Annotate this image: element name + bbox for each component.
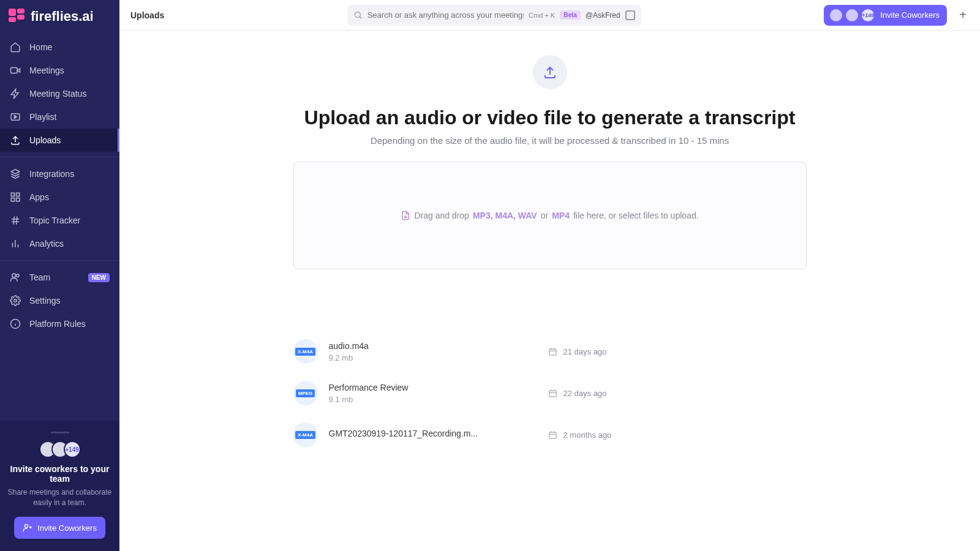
- file-type-icon: X-M4A: [293, 339, 318, 364]
- svg-point-19: [24, 525, 28, 528]
- svg-rect-2: [11, 193, 14, 196]
- sidebar-item-analytics[interactable]: Analytics: [0, 232, 119, 255]
- grid-icon: [10, 192, 21, 203]
- bars-icon: [10, 238, 21, 249]
- gear-icon: [10, 295, 21, 306]
- calendar-icon: [548, 389, 557, 398]
- beta-badge: Beta: [560, 10, 581, 20]
- file-date-text: 21 days ago: [564, 347, 607, 356]
- search-box[interactable]: Cmd + K Beta @AskFred: [347, 5, 641, 26]
- upload-icon: [10, 135, 21, 146]
- sidebar-item-playlist[interactable]: Playlist: [0, 105, 119, 129]
- svg-line-23: [360, 17, 361, 18]
- brand-logo[interactable]: fireflies.ai: [0, 0, 119, 36]
- file-name: audio.m4a: [329, 341, 525, 351]
- top-invite-label: Invite Coworkers: [880, 10, 940, 20]
- team-icon: [10, 272, 21, 283]
- brand-name: fireflies.ai: [31, 9, 94, 24]
- svg-point-14: [17, 274, 20, 277]
- hash-icon: [10, 215, 21, 226]
- svg-point-15: [14, 299, 17, 302]
- file-date: 21 days ago: [548, 347, 607, 356]
- drop-text-pre: Drag and drop: [414, 211, 469, 220]
- sidebar-item-topic-tracker[interactable]: Topic Tracker: [0, 209, 119, 232]
- main: Uploads Cmd + K Beta @AskFred +149 Invit…: [119, 0, 980, 451]
- askfred-label: @AskFred: [586, 11, 620, 20]
- sidebar-item-home[interactable]: Home: [0, 36, 119, 59]
- topbar: Uploads Cmd + K Beta @AskFred +149 Invit…: [119, 0, 980, 31]
- add-button[interactable]: +: [954, 7, 971, 24]
- file-date-text: 2 months ago: [564, 430, 612, 440]
- file-date: 22 days ago: [548, 389, 607, 398]
- nav-divider: [0, 157, 119, 157]
- dropzone[interactable]: Drag and drop MP3, M4A, WAV or MP4 file …: [293, 162, 807, 269]
- sidebar-item-settings[interactable]: Settings: [0, 289, 119, 312]
- sidebar-item-platform-rules[interactable]: Platform Rules: [0, 312, 119, 335]
- invite-button-label: Invite Coworkers: [37, 523, 97, 533]
- top-invite-button[interactable]: +149 Invite Coworkers: [824, 5, 947, 26]
- svg-rect-0: [11, 68, 18, 73]
- sidebar-item-label: Meeting Status: [29, 89, 86, 99]
- avatar-count: +149: [64, 441, 81, 458]
- file-row[interactable]: X-M4A GMT20230919-120117_Recording.m... …: [293, 414, 807, 451]
- file-name: Performance Review: [329, 383, 525, 392]
- new-badge: NEW: [88, 273, 110, 282]
- sidebar-item-label: Playlist: [29, 112, 56, 122]
- page-title: Uploads: [128, 10, 164, 20]
- content: Upload an audio or video file to generat…: [119, 31, 980, 451]
- sidebar-item-meetings[interactable]: Meetings: [0, 59, 119, 82]
- nav-tertiary: Team NEW Settings Platform Rules: [0, 266, 119, 335]
- drag-handle-icon[interactable]: [51, 432, 69, 433]
- file-date-text: 22 days ago: [564, 389, 607, 398]
- home-icon: [10, 42, 21, 53]
- svg-rect-28: [549, 391, 556, 397]
- sidebar-item-label: Integrations: [29, 169, 74, 179]
- file-name: GMT20230919-120117_Recording.m...: [329, 429, 525, 438]
- square-icon[interactable]: [625, 10, 635, 20]
- upload-hero-icon: [533, 55, 567, 89]
- svg-point-22: [355, 12, 360, 18]
- bolt-icon: [10, 88, 21, 99]
- sidebar-item-meeting-status[interactable]: Meeting Status: [0, 82, 119, 105]
- file-row[interactable]: X-M4A audio.m4a 9.2 mb 21 days ago: [293, 331, 807, 372]
- upload-arrow-icon: [543, 65, 557, 80]
- svg-line-8: [13, 216, 15, 225]
- sidebar-item-label: Apps: [29, 192, 49, 202]
- playlist-icon: [10, 111, 21, 122]
- file-type-icon: MPEG: [293, 381, 318, 405]
- svg-rect-24: [549, 349, 556, 355]
- sidebar-item-label: Home: [29, 42, 52, 52]
- avatar: [845, 8, 859, 23]
- file-size: 9.1 mb: [329, 395, 525, 404]
- nav-primary: Home Meetings Meeting Status Playlist Up…: [0, 36, 119, 152]
- drop-formats-video: MP4: [552, 211, 570, 220]
- sidebar-item-uploads[interactable]: Uploads: [0, 129, 119, 152]
- svg-rect-32: [549, 432, 556, 438]
- nav-secondary: Integrations Apps Topic Tracker Analytic…: [0, 162, 119, 255]
- sidebar-item-apps[interactable]: Apps: [0, 186, 119, 209]
- invite-panel-subtitle: Share meetings and collaborate easily in…: [6, 487, 113, 508]
- sidebar-item-integrations[interactable]: Integrations: [0, 162, 119, 186]
- avatar-stack: +149: [6, 441, 113, 458]
- calendar-icon: [548, 347, 557, 356]
- svg-rect-5: [17, 198, 20, 201]
- shortcut-hint: Cmd + K: [529, 12, 555, 19]
- sidebar-item-label: Topic Tracker: [29, 216, 80, 225]
- file-badge: MPEG: [296, 389, 315, 397]
- layers-icon: [10, 168, 21, 179]
- sidebar-item-label: Team: [29, 272, 50, 282]
- headline: Upload an audio or video file to generat…: [119, 107, 980, 129]
- user-plus-icon: [23, 523, 32, 533]
- svg-point-13: [12, 274, 16, 277]
- file-size: 9.2 mb: [329, 353, 525, 362]
- sidebar-item-team[interactable]: Team NEW: [0, 266, 119, 289]
- file-row[interactable]: MPEG Performance Review 9.1 mb 22 days a…: [293, 372, 807, 414]
- info-icon: [10, 318, 21, 329]
- search-input[interactable]: [368, 10, 524, 20]
- calendar-icon: [548, 430, 557, 440]
- drop-formats-audio: MP3, M4A, WAV: [473, 211, 537, 220]
- invite-coworkers-button[interactable]: Invite Coworkers: [14, 517, 105, 539]
- sidebar: fireflies.ai Home Meetings Meeting Statu…: [0, 0, 119, 551]
- invite-panel-title: Invite coworkers to your team: [6, 464, 113, 484]
- sidebar-item-label: Meetings: [29, 66, 64, 75]
